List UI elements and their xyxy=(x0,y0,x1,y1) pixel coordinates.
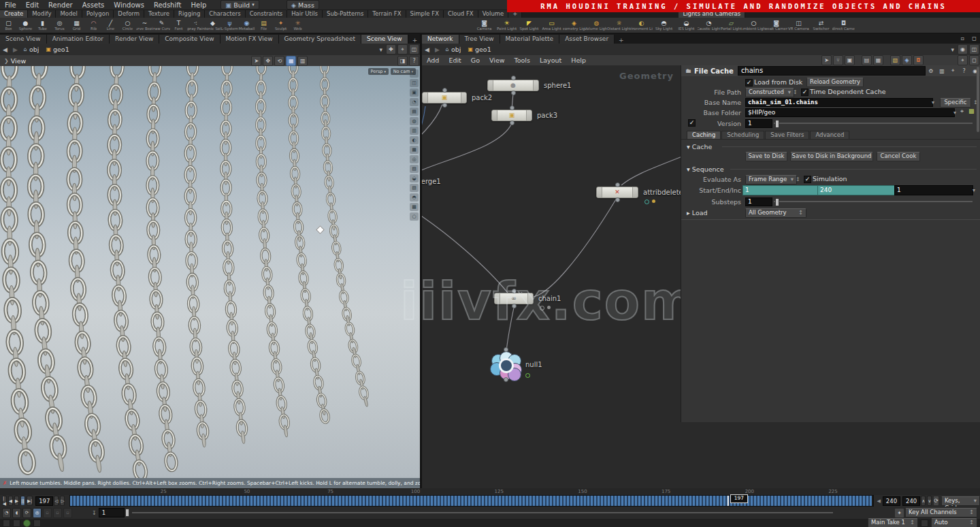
breadcrumb-obj[interactable]: ⌂ obj xyxy=(442,45,465,54)
menu-item[interactable]: Assets xyxy=(78,1,110,9)
vp-icon-5[interactable]: ▤ xyxy=(410,108,419,116)
load-mode-dropdown[interactable]: All Geometry↕ xyxy=(745,208,806,218)
cook-mode-dropdown[interactable]: Auto Update↕ xyxy=(931,518,977,527)
move-tool-icon[interactable]: ✥ xyxy=(263,56,273,66)
shelf-light-tool[interactable]: ○ Ambient Light xyxy=(742,18,765,32)
vp-icon-3[interactable]: ▣ xyxy=(410,89,419,97)
node-chain1[interactable]: ∞chain1 xyxy=(494,293,534,304)
shelf-light-tool[interactable]: ◙ Camera xyxy=(473,18,495,32)
menu-item[interactable]: Edit xyxy=(21,1,44,9)
vp-icon-14[interactable]: ◓ xyxy=(410,193,419,202)
grey-badge-dot[interactable] xyxy=(547,306,551,309)
green-badge-ring[interactable] xyxy=(525,373,530,378)
shelf-tool[interactable]: ◎ Torus xyxy=(51,18,68,32)
shelf-light-tool[interactable]: ◘ Indirect Camera xyxy=(832,18,855,32)
playback-speed-field[interactable]: 1 xyxy=(99,508,125,517)
help-icon[interactable]: ? xyxy=(959,66,968,76)
speed-slider-track[interactable] xyxy=(132,512,833,513)
net-list-icon[interactable]: ▤ xyxy=(862,55,872,65)
status-icon-2[interactable] xyxy=(13,520,20,527)
shelf-tool[interactable]: ψ L-System xyxy=(221,18,238,32)
net-connect-icon[interactable]: ⑂ xyxy=(833,55,843,65)
menu-item[interactable]: Windows xyxy=(109,1,149,9)
menu-item[interactable]: File xyxy=(0,1,21,9)
select-tool-icon[interactable]: ➤ xyxy=(251,56,261,66)
new-pane-tab-button[interactable]: + xyxy=(615,37,628,44)
range-up-icon[interactable]: ∧ xyxy=(921,496,926,506)
base-name-specific-button[interactable]: Specific xyxy=(940,98,971,108)
pane-tab[interactable]: Motion FX View xyxy=(220,35,279,44)
path-dropdown-icon[interactable]: ▾ xyxy=(948,46,957,53)
current-frame-field[interactable]: 197 xyxy=(35,496,53,506)
pane-tab[interactable]: Tree View xyxy=(459,35,500,44)
node-sphere1[interactable]: ●sphere1 xyxy=(487,80,539,91)
status-icon-1[interactable] xyxy=(3,520,10,527)
search-icon[interactable]: ⌖ xyxy=(397,44,408,54)
simulation-checkbox[interactable]: ✓ xyxy=(804,176,811,183)
timeline[interactable] xyxy=(69,495,874,507)
net-flag-icon[interactable]: ◘ xyxy=(913,55,924,65)
reload-geometry-button[interactable]: Reload Geometry xyxy=(806,78,864,87)
shelf-tab[interactable]: Constraints xyxy=(246,10,288,18)
shelf-tool[interactable]: ● Sphere xyxy=(17,18,34,32)
pin-icon[interactable]: ◉ xyxy=(958,44,968,54)
viewport-help-icon[interactable]: ? xyxy=(409,56,419,66)
play-button[interactable]: ▶ xyxy=(14,496,19,506)
node-pack3[interactable]: ▣pack3 xyxy=(491,110,532,121)
shelf-tool[interactable]: ~ Curve Bezier xyxy=(136,18,153,32)
node-chooser-icon[interactable]: ⌖ xyxy=(960,108,964,115)
save-background-button[interactable]: Save to Disk in Background xyxy=(790,152,873,161)
pane-tab[interactable]: Network xyxy=(422,35,459,44)
vp-icon-8[interactable]: ◐ xyxy=(410,136,419,144)
key-option-1-icon[interactable]: ▫ xyxy=(43,508,52,518)
time-dependent-checkbox[interactable]: ✓ xyxy=(801,89,808,96)
net-overview-icon[interactable]: ◻ xyxy=(969,55,979,65)
node-null1[interactable]: null1 xyxy=(490,351,521,379)
vp-icon-11[interactable]: ▧ xyxy=(410,165,419,173)
vp-icon-7[interactable]: ▥ xyxy=(410,127,419,135)
spinner-icon[interactable]: ↕ xyxy=(793,89,798,95)
shelf-tab[interactable]: Cloud FX xyxy=(444,10,478,18)
shelf-tool[interactable]: ✳ Web xyxy=(289,18,306,32)
shelf-light-tool[interactable]: ▱ Portal Light xyxy=(720,18,742,32)
file-path-mode-dropdown[interactable]: Constructed▾ xyxy=(745,88,794,97)
range-inc-field[interactable]: 1 xyxy=(894,185,973,195)
cache-section-header[interactable]: ▾ Cache xyxy=(687,143,712,150)
amber-badge-dot[interactable] xyxy=(652,199,655,203)
menu-item[interactable]: Help xyxy=(186,1,212,9)
viewport-layout-icon[interactable]: ◨ xyxy=(397,56,408,66)
forward-icon[interactable]: ▶ xyxy=(10,46,20,53)
pane-maximize-icon[interactable]: ◻ xyxy=(969,33,979,44)
anim-options-icon[interactable]: ⟳ xyxy=(933,496,939,506)
range-total-field[interactable]: 240 xyxy=(902,496,920,506)
network-menu-item[interactable]: Layout xyxy=(535,57,566,64)
pause-button[interactable]: || xyxy=(20,496,25,506)
key-scope-dropdown[interactable]: Key All Channels↕ xyxy=(905,508,977,517)
menu-item[interactable]: Redshift xyxy=(149,1,186,9)
vp-icon-2[interactable]: ◫ xyxy=(410,79,419,87)
shelf-light-tool[interactable]: ◒ IES Light xyxy=(675,18,698,32)
spinner-icon[interactable]: ↕ xyxy=(796,176,800,182)
vp-icon-16[interactable]: ○ xyxy=(410,212,419,221)
net-search-icon[interactable]: ⌖ xyxy=(958,55,968,65)
pane-tab[interactable]: Composite View xyxy=(159,35,220,44)
play-reverse-button[interactable]: ◀ xyxy=(8,496,13,506)
pane-tab[interactable]: Animation Editor xyxy=(47,35,110,44)
shelf-tab[interactable]: Polygon xyxy=(82,10,114,18)
menu-item[interactable]: Render xyxy=(44,1,78,9)
breadcrumb-obj[interactable]: ⌂ obj xyxy=(20,45,43,54)
shelf-tab[interactable]: Modify xyxy=(28,10,56,18)
breadcrumb-geo1[interactable]: ▣ geo1 xyxy=(42,45,72,54)
shelf-light-tool[interactable]: ☼ Distant Light xyxy=(608,18,630,32)
base-folder-field[interactable]: $HIP/geo xyxy=(745,108,955,117)
desktop-selector[interactable]: ▣ Build ▾ xyxy=(220,0,259,10)
autokey-toggle-icon[interactable]: ◎ xyxy=(33,508,42,518)
layout-icon[interactable]: ◫ xyxy=(969,44,979,54)
pane-tab[interactable]: Asset Browser xyxy=(559,35,615,44)
node-pack2[interactable]: ▣pack2 xyxy=(422,92,467,103)
shelf-tool[interactable]: ▦ Grid xyxy=(68,18,85,32)
network-menu-item[interactable]: Tools xyxy=(510,57,535,64)
net-box-icon[interactable]: ▣ xyxy=(845,55,855,65)
param-scrollbar[interactable] xyxy=(977,67,979,132)
pane-tab[interactable]: Scene View xyxy=(361,35,408,44)
